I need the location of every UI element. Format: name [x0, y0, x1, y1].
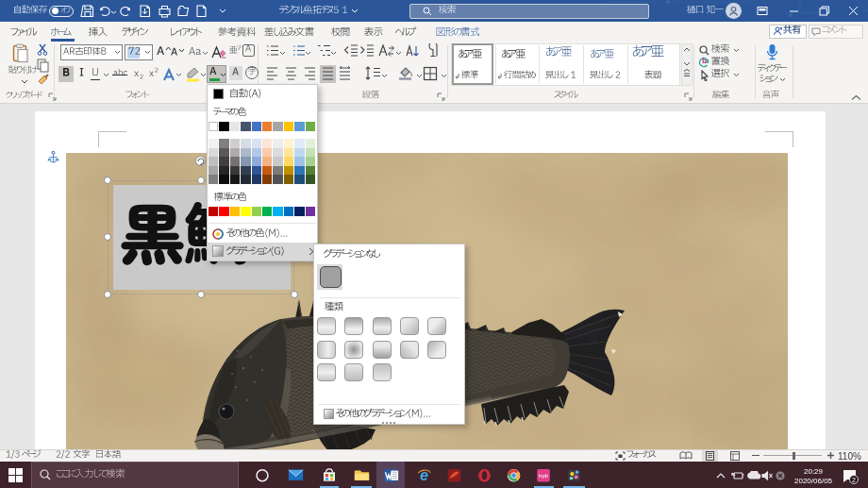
svg-text:e: e — [420, 466, 428, 483]
svg-text:2: 2 — [852, 477, 856, 483]
svg-text:hpb: hpb — [539, 473, 549, 479]
